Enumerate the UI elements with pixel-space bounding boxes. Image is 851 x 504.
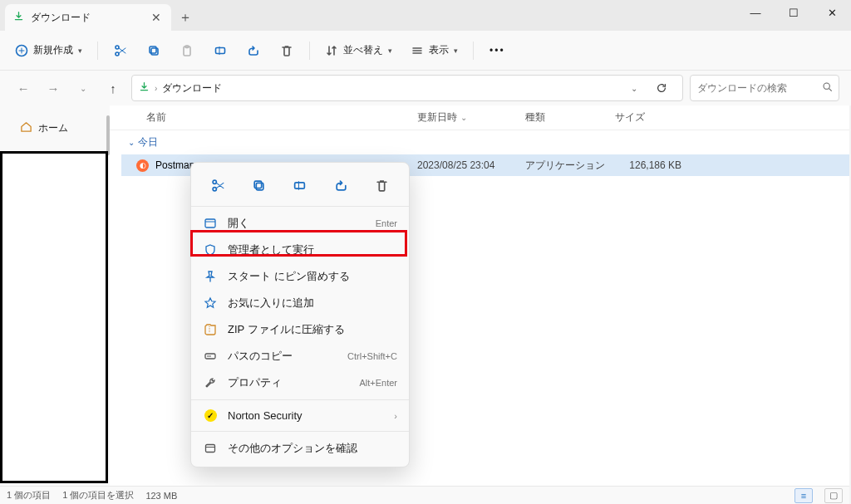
ctx-open[interactable]: 開く Enter [191, 210, 409, 237]
svg-point-8 [824, 83, 829, 89]
group-header-today[interactable]: ⌄ 今日 [110, 130, 849, 154]
svg-rect-7 [216, 47, 225, 53]
view-thumbnails-button[interactable]: ▢ [824, 488, 843, 503]
scissors-icon [114, 44, 127, 57]
context-menu: 開く Enter 管理者として実行 スタート にピン留めする お気に入りに追加 … [190, 162, 410, 467]
ctx-more-options[interactable]: その他のオプションを確認 [191, 435, 409, 462]
download-icon [13, 11, 24, 24]
trash-icon [375, 179, 389, 193]
open-icon [203, 217, 218, 230]
titlebar: ダウンロード ✕ ＋ — ☐ ✕ [0, 0, 851, 31]
delete-button[interactable] [273, 39, 301, 62]
ctx-copy-path[interactable]: パスのコピー Ctrl+Shift+C [191, 343, 409, 369]
shield-icon [203, 243, 218, 257]
svg-rect-13 [295, 182, 305, 188]
window-controls: — ☐ ✕ [736, 0, 851, 25]
rename-icon [293, 179, 307, 193]
chevron-down-icon: ▾ [454, 46, 458, 55]
context-toolbar [191, 168, 409, 203]
ctx-properties[interactable]: プロパティ Alt+Enter [191, 369, 409, 396]
ctx-compress-zip[interactable]: ZIP ファイルに圧縮する [191, 316, 409, 343]
column-type[interactable]: 種類 [525, 110, 615, 125]
back-button[interactable]: ← [12, 76, 35, 100]
column-date[interactable]: 更新日時 ⌄ [417, 110, 525, 125]
status-size: 123 MB [145, 491, 177, 501]
view-button[interactable]: 表示 ▾ [404, 38, 465, 62]
path-icon [203, 350, 218, 363]
sidebar-item-label: ホーム [38, 121, 68, 135]
refresh-button[interactable] [647, 75, 676, 101]
file-size: 126,186 KB [615, 159, 690, 171]
sort-icon [325, 44, 338, 57]
file-date: 2023/08/25 23:04 [417, 159, 525, 171]
chevron-down-icon: ▾ [388, 46, 392, 55]
separator [309, 42, 310, 60]
svg-rect-14 [205, 219, 215, 228]
view-details-button[interactable]: ≡ [794, 488, 813, 503]
chevron-down-icon[interactable]: ⌄ [626, 82, 642, 95]
clipboard-icon [180, 44, 194, 57]
paste-button[interactable] [173, 39, 201, 62]
cut-button[interactable] [106, 39, 135, 62]
column-size[interactable]: サイズ [615, 110, 675, 125]
address-bar[interactable]: › ダウンロード ⌄ [131, 75, 683, 101]
breadcrumb-item[interactable]: ダウンロード [162, 81, 222, 95]
share-icon [334, 179, 348, 193]
ctx-pin-to-start[interactable]: スタート にピン留めする [191, 263, 409, 290]
rename-icon [214, 44, 227, 57]
sidebar-item-home[interactable]: ホーム [0, 115, 110, 140]
view-list-icon [411, 44, 424, 57]
column-name[interactable]: 名前 [110, 110, 417, 125]
chevron-right-icon: › [394, 411, 397, 421]
tab-close-button[interactable]: ✕ [150, 11, 163, 24]
up-button[interactable]: ↑ [101, 76, 125, 100]
sort-button[interactable]: 並べ替え ▾ [318, 38, 399, 62]
column-headers: 名前 更新日時 ⌄ 種類 サイズ [110, 105, 849, 130]
ctx-share-button[interactable] [327, 173, 355, 198]
copy-button[interactable] [140, 39, 168, 62]
svg-rect-16 [206, 445, 215, 453]
main-area: ホーム 名前 更新日時 ⌄ 種類 サイズ ⌄ 今日 ◐ Postman- 202… [0, 105, 849, 486]
search-input[interactable] [697, 82, 822, 94]
new-tab-button[interactable]: ＋ [171, 4, 199, 31]
maximize-button[interactable]: ☐ [775, 0, 813, 25]
download-icon [139, 81, 150, 95]
copy-icon [252, 179, 266, 193]
svg-rect-3 [151, 48, 158, 55]
zip-icon [203, 323, 218, 336]
separator [191, 206, 409, 207]
copy-icon [147, 44, 160, 57]
search-box[interactable] [690, 75, 839, 101]
close-button[interactable]: ✕ [813, 0, 851, 25]
more-button[interactable]: ••• [482, 40, 513, 61]
sidebar: ホーム [0, 105, 110, 486]
plus-circle-icon [15, 44, 28, 57]
chevron-right-icon: › [155, 84, 157, 93]
norton-icon: ✓ [203, 409, 218, 422]
ctx-run-as-admin[interactable]: 管理者として実行 [191, 237, 409, 263]
minimize-button[interactable]: — [736, 0, 775, 25]
ctx-copy-button[interactable] [245, 173, 273, 198]
svg-rect-11 [257, 183, 264, 190]
ellipsis-icon: ••• [489, 45, 505, 56]
ctx-add-favorite[interactable]: お気に入りに追加 [191, 290, 409, 316]
new-button[interactable]: 新規作成 ▾ [8, 38, 89, 62]
status-bar: 1 個の項目 1 個の項目を選択 123 MB ≡ ▢ [0, 486, 849, 504]
separator [191, 431, 409, 432]
postman-icon: ◐ [136, 159, 149, 172]
status-selected-count: 1 個の項目を選択 [62, 489, 134, 502]
ctx-rename-button[interactable] [286, 173, 314, 198]
share-button[interactable] [239, 39, 268, 62]
redacted-region [0, 151, 108, 483]
ctx-cut-button[interactable] [204, 173, 233, 198]
svg-point-2 [116, 46, 119, 49]
chevron-down-icon: ⌄ [128, 138, 135, 147]
rename-button[interactable] [206, 39, 234, 62]
recent-button[interactable]: ⌄ [71, 76, 95, 100]
ctx-delete-button[interactable] [367, 173, 396, 198]
pin-icon [203, 270, 218, 283]
tab-downloads[interactable]: ダウンロード ✕ [5, 4, 171, 31]
ctx-norton-security[interactable]: ✓ Norton Security › [191, 404, 409, 428]
svg-point-9 [213, 187, 216, 190]
search-icon [822, 81, 833, 95]
